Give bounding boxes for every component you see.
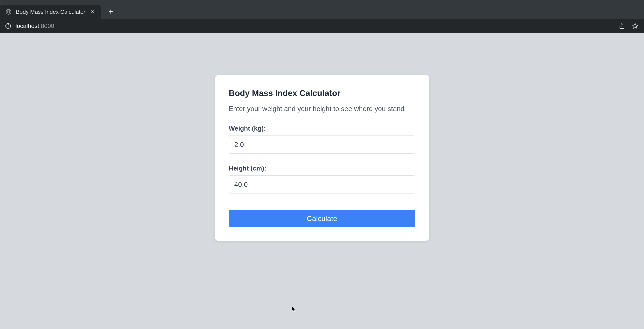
new-tab-button[interactable] (106, 7, 116, 17)
weight-label: Weight (kg): (229, 125, 416, 132)
browser-tab[interactable]: Body Mass Index Calculator (0, 5, 101, 19)
height-input[interactable] (229, 175, 416, 193)
weight-input[interactable] (229, 136, 416, 154)
calculator-card: Body Mass Index Calculator Enter your we… (215, 75, 429, 241)
globe-icon (5, 8, 12, 15)
share-icon[interactable] (618, 22, 626, 30)
address-bar-row: localhost:8000 (0, 19, 644, 33)
page-content: Body Mass Index Calculator Enter your we… (0, 33, 644, 241)
weight-group: Weight (kg): (229, 125, 416, 154)
chrome-right-icons (618, 22, 639, 30)
page-title: Body Mass Index Calculator (229, 89, 416, 98)
address-bar[interactable]: localhost:8000 (16, 23, 614, 30)
height-group: Height (cm): (229, 165, 416, 193)
calculate-button[interactable]: Calculate (229, 210, 416, 227)
url-host: localhost (16, 23, 39, 29)
tab-title: Body Mass Index Calculator (16, 9, 86, 15)
browser-chrome: Body Mass Index Calculator loca (0, 0, 644, 33)
url-port: :8000 (39, 23, 54, 29)
page-subtitle: Enter your weight and your height to see… (229, 105, 416, 113)
close-icon[interactable] (89, 9, 96, 15)
cursor-icon (292, 306, 296, 312)
height-label: Height (cm): (229, 165, 416, 172)
star-icon[interactable] (632, 22, 639, 30)
svg-marker-10 (632, 24, 638, 28)
info-icon[interactable] (5, 23, 11, 29)
tab-bar: Body Mass Index Calculator (0, 0, 644, 19)
svg-point-8 (8, 25, 8, 25)
